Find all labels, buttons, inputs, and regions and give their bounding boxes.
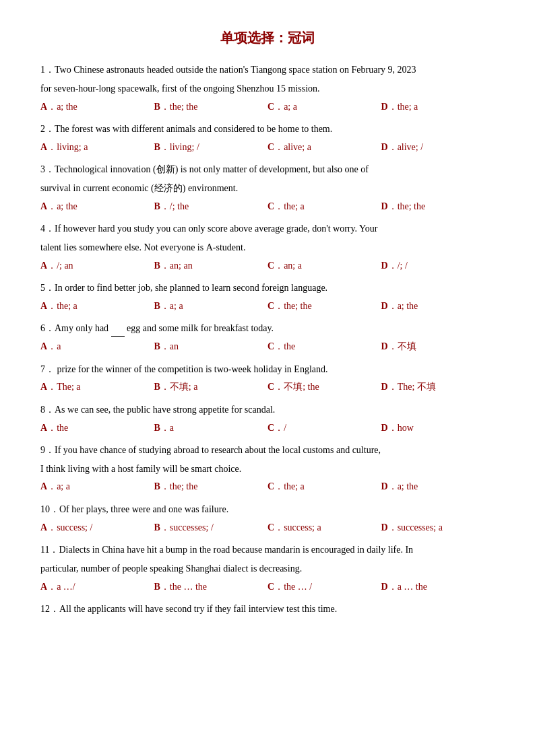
q10-option-a[interactable]: A．success; /	[40, 520, 154, 535]
q6-option-c[interactable]: C．the	[268, 339, 381, 354]
q7-option-b[interactable]: B．不填; a	[154, 380, 268, 394]
question-10: 10．Of her plays, three were and one was …	[40, 502, 495, 535]
q6-option-a[interactable]: A．a	[40, 339, 154, 354]
question-3: 3．Technological innovation (创新) is not o…	[40, 162, 495, 214]
q9-options: A．a; a B．the; the C．the; a D．a; the	[40, 479, 495, 494]
q8-options: A．the B．a C．/ D．how	[40, 421, 495, 436]
q2-option-a[interactable]: A．living; a	[40, 140, 154, 155]
q5-option-a[interactable]: A．the; a	[40, 299, 154, 314]
q4-text2: talent lies somewhere else. Not everyone…	[40, 242, 245, 252]
q1-option-b[interactable]: B．the; the	[154, 100, 268, 114]
q9-option-c[interactable]: C．the; a	[268, 479, 381, 494]
q11-text1: 11．Dialects in China have hit a bump in …	[40, 545, 413, 555]
q3-option-c[interactable]: C．the; a	[268, 199, 381, 214]
q8-text: 8．As we can see, the public have strong …	[40, 405, 275, 415]
q4-option-b[interactable]: B．an; an	[154, 259, 268, 273]
q2-option-d[interactable]: D．alive; /	[381, 140, 495, 155]
q3-option-d[interactable]: D．the; the	[381, 199, 495, 214]
q3-options: A．a; the B．/; the C．the; a D．the; the	[40, 199, 495, 214]
q5-option-b[interactable]: B．a; a	[154, 299, 268, 314]
q9-option-a[interactable]: A．a; a	[40, 479, 154, 494]
q1-number: 1．Two Chinese astronauts headed outside …	[40, 65, 416, 75]
q3-option-b[interactable]: B．/; the	[154, 199, 268, 214]
q7-options: A．The; a B．不填; a C．不填; the D．The; 不填	[40, 380, 495, 394]
q11-text2: particular, number of people speaking Sh…	[40, 563, 302, 574]
question-11: 11．Dialects in China have hit a bump in …	[40, 542, 495, 594]
q2-text: 2．The forest was with different animals …	[40, 124, 332, 134]
q6-text: 6．Amy only had egg and some milk for bre…	[40, 323, 274, 333]
q11-option-b[interactable]: B．the … the	[154, 580, 268, 594]
question-5: 5．In order to find better job, she plann…	[40, 280, 495, 314]
q4-option-d[interactable]: D．/; /	[381, 259, 495, 273]
question-4: 4．If however hard you study you can only…	[40, 221, 495, 273]
q7-text: 7． prize for the winner of the competiti…	[40, 364, 328, 374]
question-1: 1．Two Chinese astronauts headed outside …	[40, 62, 495, 114]
q3-option-a[interactable]: A．a; the	[40, 199, 154, 214]
question-2: 2．The forest was with different animals …	[40, 121, 495, 155]
q2-option-c[interactable]: C．alive; a	[268, 140, 381, 155]
q10-option-c[interactable]: C．success; a	[268, 520, 381, 535]
q5-option-d[interactable]: D．a; the	[381, 299, 495, 314]
q8-option-a[interactable]: A．the	[40, 421, 154, 436]
q10-options: A．success; / B．successes; / C．success; a…	[40, 520, 495, 535]
q3-text1: 3．Technological innovation (创新) is not o…	[40, 164, 369, 174]
question-9: 9．If you have chance of studying abroad …	[40, 442, 495, 495]
q4-options: A．/; an B．an; an C．an; a D．/; /	[40, 259, 495, 273]
q5-option-c[interactable]: C．the; the	[268, 299, 381, 314]
q4-text1: 4．If however hard you study you can only…	[40, 224, 377, 234]
q11-option-c[interactable]: C．the … /	[268, 580, 381, 594]
q5-options: A．the; a B．a; a C．the; the D．a; the	[40, 299, 495, 314]
q6-option-b[interactable]: B．an	[154, 339, 268, 354]
q1-option-a[interactable]: A．a; the	[40, 100, 154, 114]
page-title: 单项选择：冠词	[40, 27, 495, 48]
q6-option-d[interactable]: D．不填	[381, 339, 495, 354]
question-7: 7． prize for the winner of the competiti…	[40, 362, 495, 395]
q7-option-a[interactable]: A．The; a	[40, 380, 154, 394]
q1-option-c[interactable]: C．a; a	[268, 100, 381, 114]
q1-text2: for seven-hour-long spacewalk, first of …	[40, 83, 320, 94]
q9-text2: I think living with a host family will b…	[40, 464, 241, 474]
questions-container: 1．Two Chinese astronauts headed outside …	[40, 62, 495, 617]
q9-option-d[interactable]: D．a; the	[381, 479, 495, 494]
q2-options: A．living; a B．living; / C．alive; a D．ali…	[40, 140, 495, 155]
q6-options: A．a B．an C．the D．不填	[40, 339, 495, 354]
q1-option-d[interactable]: D．the; a	[381, 100, 495, 114]
q2-option-b[interactable]: B．living; /	[154, 140, 268, 155]
q11-option-d[interactable]: D．a … the	[381, 580, 495, 594]
question-8: 8．As we can see, the public have strong …	[40, 402, 495, 436]
q11-option-a[interactable]: A．a …/	[40, 580, 154, 594]
q8-option-d[interactable]: D．how	[381, 421, 495, 436]
q5-text: 5．In order to find better job, she plann…	[40, 283, 327, 293]
q7-option-d[interactable]: D．The; 不填	[381, 380, 495, 394]
question-12: 12．All the applicants will have second t…	[40, 601, 495, 617]
q10-option-b[interactable]: B．successes; /	[154, 520, 268, 535]
q10-option-d[interactable]: D．successes; a	[381, 520, 495, 535]
q7-option-c[interactable]: C．不填; the	[268, 380, 381, 394]
question-6: 6．Amy only had egg and some milk for bre…	[40, 320, 495, 354]
q3-text2: survival in current economic (经济的) envir…	[40, 183, 238, 193]
q9-text1: 9．If you have chance of studying abroad …	[40, 445, 381, 455]
q1-options: A．a; the B．the; the C．a; a D．the; a	[40, 100, 495, 114]
q8-option-c[interactable]: C．/	[268, 421, 381, 436]
q8-option-b[interactable]: B．a	[154, 421, 268, 436]
q10-text: 10．Of her plays, three were and one was …	[40, 504, 228, 514]
q12-text: 12．All the applicants will have second t…	[40, 604, 337, 614]
q9-option-b[interactable]: B．the; the	[154, 479, 268, 494]
q4-option-a[interactable]: A．/; an	[40, 259, 154, 273]
q11-options: A．a …/ B．the … the C．the … / D．a … the	[40, 580, 495, 594]
q4-option-c[interactable]: C．an; a	[268, 259, 381, 273]
